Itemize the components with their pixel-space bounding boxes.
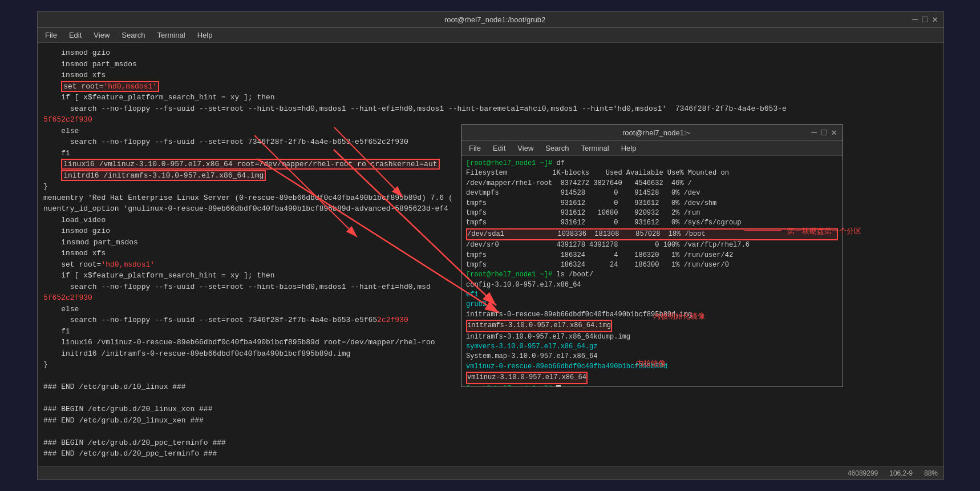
second-menu-search[interactable]: Search (541, 143, 573, 154)
ls-vmlinuz: vmlinuz-3.10.0-957.el7.x86_64 (466, 372, 588, 384)
annotation-init-image: 内核初始化镜像 (653, 311, 705, 321)
status-number: 46089299 (848, 469, 878, 477)
ls-symvers: symvers-3.10.0-957.el7.x86_64.gz (466, 342, 838, 352)
second-minimize-button[interactable]: ─ (811, 128, 817, 138)
menu-terminal[interactable]: Terminal (153, 30, 190, 41)
second-close-button[interactable]: ✕ (831, 128, 837, 138)
ls-grub2: grub2 (466, 300, 838, 309)
close-button[interactable]: ✕ (932, 15, 938, 25)
main-window-title: root@rhel7_node1:/boot/grub2 (444, 15, 545, 24)
df-row-devtmpfs: devtmpfs 914528 0 914528 0% /dev (466, 188, 838, 198)
second-terminal-content: [root@rhel7_node1 ~]# df Filesystem 1K-b… (461, 156, 843, 387)
ls-config: config-3.10.0-957.el7.x86_64 (466, 280, 838, 290)
second-terminal-window: root@rhel7_node1:~ ─ □ ✕ File Edit View … (461, 124, 843, 387)
df-row-tmpfs5: tmpfs 186324 24 186300 1% /run/user/0 (466, 260, 838, 270)
line-3: insmod xfs (43, 70, 938, 81)
df-row-sda1: /dev/sda1 1038336 181308 857028 18% /boo… (466, 228, 838, 240)
df-prompt: [root@rhel7_node1 ~]# df (466, 159, 838, 168)
ls-initramfs-img: initramfs-3.10.0-957.el7.x86_64.img (466, 320, 612, 332)
second-menubar: File Edit View Search Terminal Help (461, 141, 843, 156)
second-menu-view[interactable]: View (513, 143, 538, 154)
ls-efi: efi (466, 290, 838, 300)
main-menubar: File Edit View Search Terminal Help (38, 28, 943, 43)
line-36: ### BEGIN /etc/grub.d/20_ppc_terminfo ##… (43, 437, 938, 449)
maximize-button[interactable]: □ (922, 15, 928, 25)
annotation-first-disk: 第一块硬盘第一个分区 (787, 226, 861, 236)
line-7: 5f652c2f930 (43, 114, 938, 126)
ls-prompt: [root@rhel7_node1 ~]# ls /boot/ (466, 270, 838, 280)
line-38 (43, 460, 938, 467)
df-row-tmpfs2: tmpfs 931612 10680 920932 2% /run (466, 208, 838, 218)
main-titlebar: root@rhel7_node1:/boot/grub2 ─ □ ✕ (38, 12, 943, 28)
status-position: 106,2-9 (889, 469, 913, 477)
main-window-controls: ─ □ ✕ (912, 15, 938, 25)
second-menu-edit[interactable]: Edit (488, 143, 510, 154)
menu-search[interactable]: Search (117, 30, 149, 41)
second-menu-file[interactable]: File (464, 143, 485, 154)
df-row-tmpfs1: tmpfs 931612 0 931612 0% /dev/shm (466, 199, 838, 208)
df-row-mapper: /dev/mapper/rhel-root 8374272 3827640 45… (466, 179, 838, 188)
ls-initramfs-kdump: initramfs-3.10.0-957.el7.x86_64kdump.img (466, 332, 838, 342)
line-4: set root='hd0,msdos1' (43, 81, 938, 92)
second-maximize-button[interactable]: □ (821, 128, 827, 138)
df-row-tmpfs4: tmpfs 186324 4 186320 1% /run/user/42 (466, 251, 838, 260)
line-1: insmod gzio (43, 47, 938, 59)
df-header: Filesystem 1K-blocks Used Available Use%… (466, 168, 838, 178)
df-row-tmpfs3: tmpfs 931612 0 931612 0% /sys/fs/cgroup (466, 218, 838, 228)
menu-file[interactable]: File (41, 30, 62, 41)
minimize-button[interactable]: ─ (912, 15, 918, 25)
ls-initramfs-rescue: initramfs-0-rescue-89eb66dbdf0c40fba490b… (466, 310, 838, 320)
annotation-kernel-image: 内核镜像 (636, 359, 666, 369)
main-statusbar: 46089299 106,2-9 88% (38, 466, 943, 479)
line-2: insmod part_msdos (43, 59, 938, 70)
line-5: if [ x$feature_platform_search_hint = xy… (43, 92, 938, 103)
second-menu-help[interactable]: Help (617, 143, 641, 154)
df-row-sr0: /dev/sr0 4391278 4391278 0 100% /var/ftp… (466, 240, 838, 250)
line-33: ### BEGIN /etc/grub.d/20_linux_xen ### (43, 404, 938, 415)
status-percent: 88% (924, 469, 938, 477)
second-titlebar: root@rhel7_node1:~ ─ □ ✕ (461, 125, 843, 141)
line-32 (43, 393, 938, 404)
menu-edit[interactable]: Edit (64, 30, 86, 41)
line-34: ### END /etc/grub.d/20_linux_xen ### (43, 415, 938, 426)
menu-help[interactable]: Help (193, 30, 217, 41)
menu-view[interactable]: View (89, 30, 114, 41)
second-window-controls: ─ □ ✕ (811, 128, 837, 138)
second-menu-terminal[interactable]: Terminal (577, 143, 614, 154)
line-37: ### END /etc/grub.d/20_ppc_terminfo ### (43, 448, 938, 460)
line-35 (43, 426, 938, 437)
second-window-title: root@rhel7_node1:~ (622, 128, 690, 137)
final-prompt: [root@rhel7_node1 ~]# (466, 384, 838, 387)
line-6: search --no-floppy --fs-uuid --set=root … (43, 103, 938, 115)
